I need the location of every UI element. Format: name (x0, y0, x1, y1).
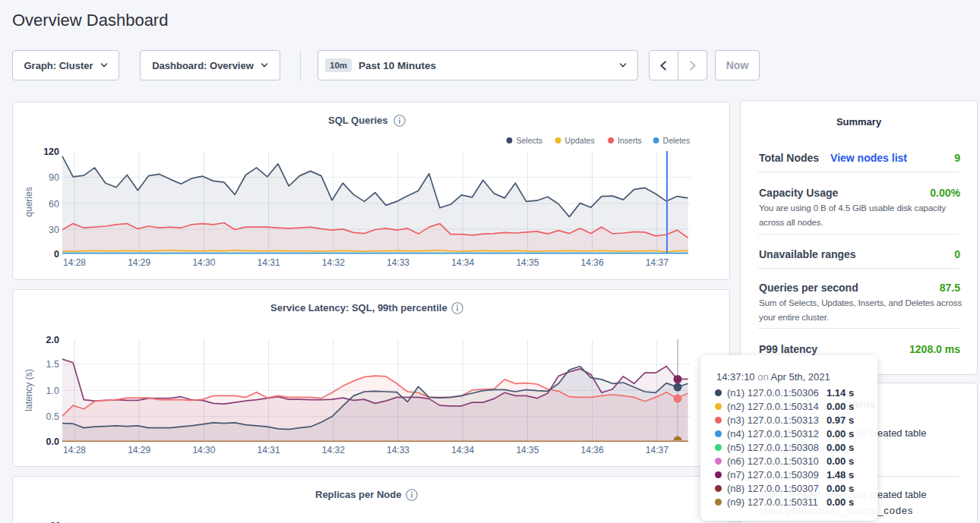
svg-text:0: 0 (54, 249, 59, 260)
svg-text:Inserts: Inserts (618, 136, 642, 145)
svg-text:60: 60 (49, 199, 59, 210)
svg-text:Deletes: Deletes (663, 136, 691, 145)
svg-text:1.0: 1.0 (46, 386, 59, 396)
svg-text:0.0: 0.0 (46, 436, 59, 447)
svg-text:14:34: 14:34 (451, 257, 474, 268)
svg-text:14:33: 14:33 (387, 445, 409, 455)
svg-text:14:36: 14:36 (581, 445, 604, 455)
svg-text:14:36: 14:36 (581, 257, 604, 268)
svg-text:14:28: 14:28 (63, 445, 86, 455)
svg-text:14:32: 14:32 (322, 257, 345, 268)
svg-text:14:30: 14:30 (192, 445, 215, 455)
svg-text:90: 90 (49, 172, 59, 183)
svg-text:2.0: 2.0 (46, 335, 59, 345)
svg-text:120: 120 (43, 147, 59, 157)
svg-text:14:37: 14:37 (646, 257, 669, 268)
svg-text:Selects: Selects (517, 136, 542, 145)
svg-text:latency (s): latency (s) (24, 369, 34, 411)
svg-text:0.5: 0.5 (46, 411, 59, 422)
svg-text:14:35: 14:35 (516, 445, 539, 455)
svg-text:14:32: 14:32 (322, 445, 345, 455)
svg-text:14:31: 14:31 (258, 257, 280, 268)
svg-text:1.5: 1.5 (46, 359, 59, 370)
svg-text:14:35: 14:35 (516, 257, 539, 268)
svg-text:Updates: Updates (565, 136, 595, 145)
svg-text:30: 30 (49, 225, 59, 235)
svg-text:14:28: 14:28 (63, 257, 86, 268)
svg-text:queries: queries (24, 187, 34, 216)
svg-text:14:37: 14:37 (646, 445, 669, 455)
svg-text:14:33: 14:33 (387, 257, 409, 268)
svg-text:14:30: 14:30 (192, 257, 215, 268)
svg-text:14:34: 14:34 (451, 445, 474, 455)
svg-text:14:29: 14:29 (128, 257, 150, 268)
svg-text:14:29: 14:29 (128, 445, 150, 455)
svg-text:14:31: 14:31 (258, 445, 280, 455)
